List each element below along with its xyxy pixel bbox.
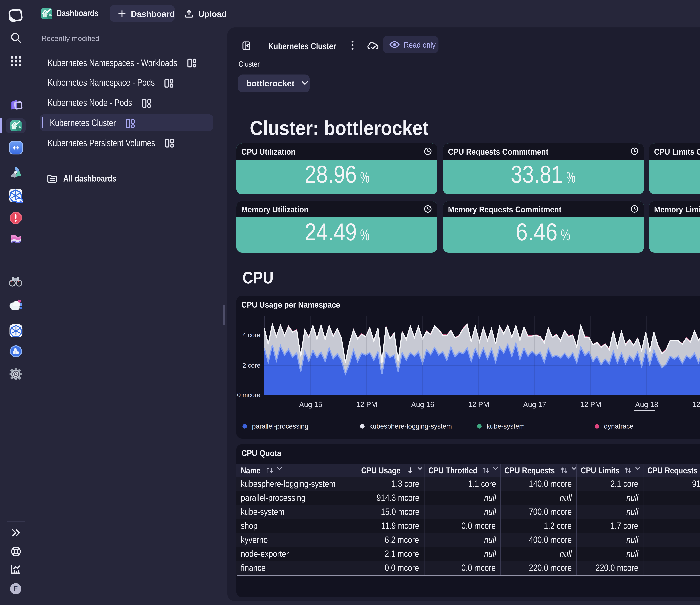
- svg-text:12 PM: 12 PM: [692, 400, 700, 408]
- svg-text:%: %: [561, 226, 570, 243]
- svg-text:28.96: 28.96: [304, 161, 356, 188]
- svg-text:0 mcore: 0 mcore: [237, 391, 260, 398]
- svg-text:4 core: 4 core: [243, 331, 260, 338]
- svg-text:Aug 17: Aug 17: [523, 400, 546, 408]
- svg-text:24.49: 24.49: [304, 218, 356, 245]
- svg-text:%: %: [360, 168, 369, 186]
- svg-text:12 PM: 12 PM: [468, 400, 489, 408]
- svg-text:Aug 18: Aug 18: [635, 400, 658, 408]
- svg-text:6.46: 6.46: [516, 218, 557, 245]
- svg-text:Aug 16: Aug 16: [411, 400, 434, 408]
- svg-text:%: %: [360, 226, 369, 243]
- svg-text:NEW: NEW: [16, 199, 23, 202]
- svg-text:%: %: [566, 168, 576, 186]
- svg-text:33.81: 33.81: [511, 161, 563, 188]
- svg-text:Aug 15: Aug 15: [299, 400, 322, 408]
- svg-text:12 PM: 12 PM: [356, 400, 377, 408]
- svg-text:2 core: 2 core: [243, 361, 260, 369]
- svg-text:12 PM: 12 PM: [580, 400, 601, 408]
